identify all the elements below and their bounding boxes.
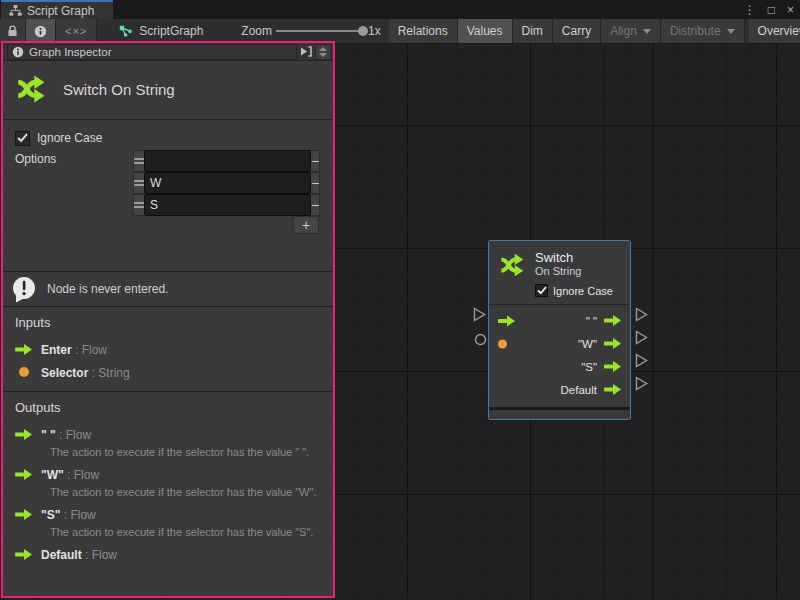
values-button[interactable]: Values	[458, 19, 513, 43]
node-port-row: "W"	[489, 332, 630, 355]
switch-on-string-node[interactable]: Switch On String Ignore Case	[488, 240, 631, 420]
ignore-case-label: Ignore Case	[37, 131, 102, 145]
remove-option-button[interactable]: −	[311, 194, 320, 216]
chevron-down-icon	[643, 29, 651, 34]
overview-label: Overview	[758, 24, 800, 38]
node-ignore-case-checkbox[interactable]	[535, 284, 548, 297]
output-row: "W" : Flow	[15, 464, 321, 484]
drag-handle-icon[interactable]	[133, 172, 144, 194]
unity-visual-scripting-window: Script Graph ⋮ □ ×	[0, 0, 800, 600]
port-label: "W"	[578, 338, 597, 350]
distribute-dropdown[interactable]: Distribute	[661, 19, 745, 43]
option-value-input[interactable]	[144, 172, 311, 194]
page-title: Switch On String	[63, 81, 175, 98]
zoom-control: Zoom 1x	[233, 19, 388, 43]
graph-name-label: ScriptGraph	[139, 24, 203, 38]
node-title: Switch	[535, 250, 581, 265]
port-description: The action to execute if the selector ha…	[50, 446, 321, 458]
ignore-case-checkbox[interactable]	[15, 131, 30, 146]
info-icon	[34, 25, 47, 38]
graph-breadcrumb[interactable]: ScriptGraph	[111, 19, 211, 43]
switch-node-wrapper: Switch On String Ignore Case	[472, 240, 648, 416]
port-type: : String	[88, 366, 129, 380]
node-output-connector-2[interactable]	[635, 330, 648, 349]
node-input-flow-connector[interactable]	[473, 307, 486, 326]
relations-button[interactable]: Relations	[389, 19, 458, 43]
add-option-button[interactable]: +	[293, 216, 319, 234]
drag-handle-icon[interactable]	[133, 150, 144, 172]
options-editor: Options − − −	[15, 150, 321, 260]
output-row: " " : Flow	[15, 424, 321, 444]
carry-button[interactable]: Carry	[553, 19, 601, 43]
port-type: : Flow	[72, 343, 107, 357]
node-ignore-case-label: Ignore Case	[553, 285, 613, 297]
port-type: : Flow	[64, 468, 99, 482]
output-row: "S" : Flow	[15, 504, 321, 524]
drag-handle-icon[interactable]	[133, 194, 144, 216]
node-selector-connector[interactable]	[474, 332, 487, 350]
align-dropdown[interactable]: Align	[601, 19, 661, 43]
remove-option-button[interactable]: −	[311, 150, 320, 172]
scroll-down-icon	[319, 53, 327, 57]
node-output-connector-1[interactable]	[635, 307, 648, 326]
port-name: "S"	[41, 508, 60, 522]
flow-out-port[interactable]	[604, 315, 621, 326]
inputs-section: Inputs Enter : Flow Selector : String	[3, 307, 333, 391]
maximize-icon[interactable]: □	[768, 4, 775, 16]
node-output-connector-4[interactable]	[635, 376, 648, 395]
zoom-label: Zoom	[241, 24, 272, 38]
zoom-slider[interactable]	[276, 30, 364, 32]
port-name: Selector	[41, 366, 88, 380]
panel-scroll-buttons[interactable]	[315, 44, 331, 60]
node-port-row: Default	[489, 378, 630, 401]
dock-panel-icon[interactable]	[297, 44, 315, 60]
port-name: " "	[41, 428, 56, 442]
warning-banner: Node is never entered.	[3, 271, 333, 307]
scroll-up-icon	[319, 47, 327, 51]
node-footer	[489, 410, 630, 419]
node-port-row: " "	[489, 309, 630, 332]
warning-text: Node is never entered.	[47, 282, 168, 296]
values-label: Values	[467, 24, 503, 38]
switch-icon	[13, 71, 49, 107]
flow-out-port[interactable]	[604, 361, 621, 372]
warning-bubble-icon	[11, 276, 37, 303]
port-description: The action to execute if the selector ha…	[50, 486, 321, 498]
zoom-slider-handle[interactable]	[358, 26, 368, 36]
inspector-header: Graph Inspector	[3, 43, 333, 61]
output-row: Default : Flow	[15, 544, 321, 564]
flow-out-port[interactable]	[604, 338, 621, 349]
lock-button[interactable]	[0, 19, 26, 43]
window-menu-icon[interactable]: ⋮	[744, 4, 756, 16]
selector-value-port[interactable]	[498, 339, 507, 348]
blackboard-toggle-button[interactable]: <×>	[56, 19, 97, 43]
unit-title-block: Switch On String	[3, 61, 333, 120]
tab-label: Script Graph	[27, 4, 94, 18]
hierarchy-icon	[9, 5, 22, 16]
port-name: Enter	[41, 343, 72, 357]
node-subtitle: On String	[535, 265, 581, 278]
input-row: Selector : String	[15, 362, 321, 382]
remove-option-button[interactable]: −	[311, 172, 320, 194]
port-type: : Flow	[56, 428, 91, 442]
flow-out-port[interactable]	[604, 384, 621, 395]
close-icon[interactable]: ×	[787, 4, 794, 16]
option-value-input[interactable]	[144, 150, 311, 172]
flow-in-port[interactable]	[498, 315, 515, 326]
script-graph-icon	[119, 25, 132, 37]
option-value-input[interactable]	[144, 194, 311, 216]
overview-button[interactable]: Overview	[749, 19, 800, 43]
inputs-section-title: Inputs	[15, 315, 321, 330]
tab-script-graph[interactable]: Script Graph	[1, 0, 113, 19]
info-icon	[12, 46, 24, 58]
titlebar: Script Graph ⋮ □ ×	[0, 0, 800, 19]
node-output-connector-3[interactable]	[635, 353, 648, 372]
relations-label: Relations	[398, 24, 448, 38]
flow-arrow-icon	[15, 344, 32, 355]
variables-icon: <×>	[65, 25, 87, 37]
dim-button[interactable]: Dim	[513, 19, 553, 43]
port-label: " "	[586, 315, 597, 327]
port-name: "W"	[41, 468, 64, 482]
inspector-toggle-button[interactable]	[26, 19, 56, 43]
port-description: The action to execute if the selector ha…	[50, 526, 321, 538]
